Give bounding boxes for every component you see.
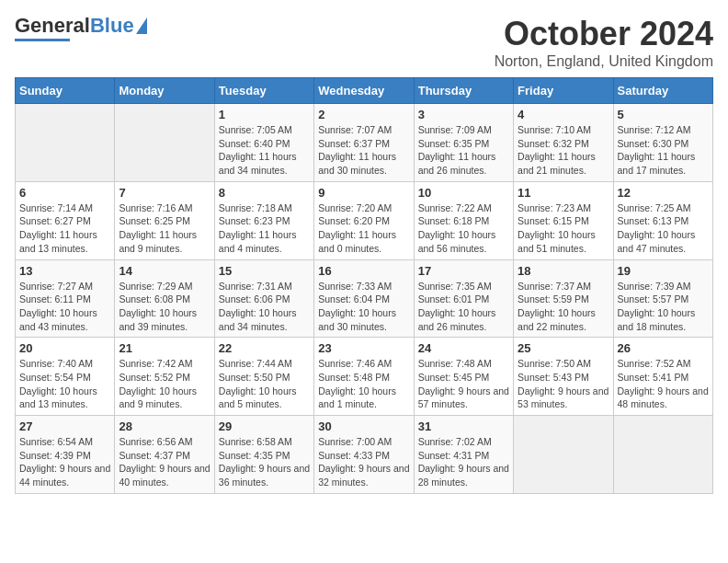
header-wednesday: Wednesday <box>314 78 414 104</box>
calendar-table: Sunday Monday Tuesday Wednesday Thursday… <box>15 77 713 494</box>
day-info: Sunrise: 7:00 AM Sunset: 4:33 PM Dayligh… <box>318 435 409 489</box>
calendar-cell <box>115 104 214 182</box>
day-info: Sunrise: 7:50 AM Sunset: 5:43 PM Dayligh… <box>518 357 609 411</box>
logo: GeneralBlue <box>15 15 147 41</box>
page-header: GeneralBlue October 2024 Norton, England… <box>15 15 713 70</box>
day-number: 26 <box>618 341 709 355</box>
calendar-week-4: 20Sunrise: 7:40 AM Sunset: 5:54 PM Dayli… <box>16 338 713 416</box>
calendar-cell: 29Sunrise: 6:58 AM Sunset: 4:35 PM Dayli… <box>214 416 313 494</box>
day-number: 23 <box>318 341 409 355</box>
header-saturday: Saturday <box>613 78 712 104</box>
day-info: Sunrise: 7:14 AM Sunset: 6:27 PM Dayligh… <box>19 201 110 256</box>
day-info: Sunrise: 7:23 AM Sunset: 6:15 PM Dayligh… <box>518 201 609 256</box>
day-info: Sunrise: 6:58 AM Sunset: 4:35 PM Dayligh… <box>219 435 310 489</box>
logo-blue: Blue <box>90 14 134 37</box>
calendar-cell <box>16 104 115 182</box>
day-number: 28 <box>119 419 210 433</box>
calendar-cell: 14Sunrise: 7:29 AM Sunset: 6:08 PM Dayli… <box>115 259 214 338</box>
calendar-cell: 23Sunrise: 7:46 AM Sunset: 5:48 PM Dayli… <box>314 338 414 416</box>
calendar-cell: 3Sunrise: 7:09 AM Sunset: 6:35 PM Daylig… <box>414 104 513 182</box>
calendar-cell: 22Sunrise: 7:44 AM Sunset: 5:50 PM Dayli… <box>214 338 313 416</box>
calendar-cell: 28Sunrise: 6:56 AM Sunset: 4:37 PM Dayli… <box>115 416 214 494</box>
calendar-cell: 10Sunrise: 7:22 AM Sunset: 6:18 PM Dayli… <box>414 181 513 259</box>
day-number: 3 <box>418 108 509 121</box>
calendar-cell: 13Sunrise: 7:27 AM Sunset: 6:11 PM Dayli… <box>16 259 115 338</box>
day-number: 30 <box>318 419 409 433</box>
calendar-cell: 16Sunrise: 7:33 AM Sunset: 6:04 PM Dayli… <box>314 259 414 338</box>
month-title: October 2024 <box>495 15 713 53</box>
day-number: 6 <box>19 186 110 200</box>
calendar-cell: 20Sunrise: 7:40 AM Sunset: 5:54 PM Dayli… <box>16 338 115 416</box>
day-info: Sunrise: 7:10 AM Sunset: 6:32 PM Dayligh… <box>518 123 609 178</box>
day-number: 14 <box>119 264 210 278</box>
header-tuesday: Tuesday <box>214 78 313 104</box>
day-info: Sunrise: 7:29 AM Sunset: 6:08 PM Dayligh… <box>119 280 210 334</box>
calendar-cell <box>514 416 613 494</box>
day-info: Sunrise: 7:09 AM Sunset: 6:35 PM Dayligh… <box>418 123 509 178</box>
calendar-cell: 30Sunrise: 7:00 AM Sunset: 4:33 PM Dayli… <box>314 416 414 494</box>
day-number: 13 <box>19 264 110 278</box>
calendar-cell: 5Sunrise: 7:12 AM Sunset: 6:30 PM Daylig… <box>613 104 712 182</box>
calendar-week-1: 1Sunrise: 7:05 AM Sunset: 6:40 PM Daylig… <box>16 104 713 182</box>
calendar-cell: 7Sunrise: 7:16 AM Sunset: 6:25 PM Daylig… <box>115 181 214 259</box>
calendar-cell: 11Sunrise: 7:23 AM Sunset: 6:15 PM Dayli… <box>514 181 613 259</box>
calendar-cell: 27Sunrise: 6:54 AM Sunset: 4:39 PM Dayli… <box>16 416 115 494</box>
day-info: Sunrise: 7:02 AM Sunset: 4:31 PM Dayligh… <box>418 435 509 489</box>
day-number: 18 <box>518 264 609 278</box>
day-number: 16 <box>318 264 409 278</box>
calendar-cell: 17Sunrise: 7:35 AM Sunset: 6:01 PM Dayli… <box>414 259 513 338</box>
calendar-week-3: 13Sunrise: 7:27 AM Sunset: 6:11 PM Dayli… <box>16 259 713 338</box>
day-info: Sunrise: 6:54 AM Sunset: 4:39 PM Dayligh… <box>19 435 110 489</box>
day-number: 4 <box>518 108 609 121</box>
day-number: 25 <box>518 341 609 355</box>
day-number: 21 <box>119 341 210 355</box>
day-info: Sunrise: 7:52 AM Sunset: 5:41 PM Dayligh… <box>618 357 709 411</box>
day-info: Sunrise: 7:46 AM Sunset: 5:48 PM Dayligh… <box>318 357 409 411</box>
day-number: 15 <box>219 264 310 278</box>
day-info: Sunrise: 7:35 AM Sunset: 6:01 PM Dayligh… <box>418 280 509 334</box>
title-block: October 2024 Norton, England, United Kin… <box>495 15 713 70</box>
calendar-cell: 31Sunrise: 7:02 AM Sunset: 4:31 PM Dayli… <box>414 416 513 494</box>
day-info: Sunrise: 7:27 AM Sunset: 6:11 PM Dayligh… <box>19 280 110 334</box>
calendar-cell: 8Sunrise: 7:18 AM Sunset: 6:23 PM Daylig… <box>214 181 313 259</box>
day-info: Sunrise: 7:39 AM Sunset: 5:57 PM Dayligh… <box>618 280 709 334</box>
day-number: 11 <box>518 186 609 200</box>
day-number: 27 <box>19 419 110 433</box>
calendar-cell: 12Sunrise: 7:25 AM Sunset: 6:13 PM Dayli… <box>613 181 712 259</box>
day-number: 10 <box>418 186 509 200</box>
day-number: 19 <box>618 264 709 278</box>
day-info: Sunrise: 6:56 AM Sunset: 4:37 PM Dayligh… <box>119 435 210 489</box>
header-friday: Friday <box>514 78 613 104</box>
day-info: Sunrise: 7:33 AM Sunset: 6:04 PM Dayligh… <box>318 280 409 334</box>
day-info: Sunrise: 7:31 AM Sunset: 6:06 PM Dayligh… <box>219 280 310 334</box>
calendar-week-2: 6Sunrise: 7:14 AM Sunset: 6:27 PM Daylig… <box>16 181 713 259</box>
calendar-cell: 24Sunrise: 7:48 AM Sunset: 5:45 PM Dayli… <box>414 338 513 416</box>
day-info: Sunrise: 7:42 AM Sunset: 5:52 PM Dayligh… <box>119 357 210 411</box>
day-number: 22 <box>219 341 310 355</box>
day-info: Sunrise: 7:20 AM Sunset: 6:20 PM Dayligh… <box>318 201 409 256</box>
calendar-cell: 19Sunrise: 7:39 AM Sunset: 5:57 PM Dayli… <box>613 259 712 338</box>
day-info: Sunrise: 7:44 AM Sunset: 5:50 PM Dayligh… <box>219 357 310 411</box>
day-number: 1 <box>219 108 310 121</box>
day-info: Sunrise: 7:40 AM Sunset: 5:54 PM Dayligh… <box>19 357 110 411</box>
day-number: 7 <box>119 186 210 200</box>
day-number: 8 <box>219 186 310 200</box>
calendar-header-row: Sunday Monday Tuesday Wednesday Thursday… <box>16 78 713 104</box>
calendar-cell: 4Sunrise: 7:10 AM Sunset: 6:32 PM Daylig… <box>514 104 613 182</box>
logo-underline <box>15 39 70 41</box>
calendar-cell: 25Sunrise: 7:50 AM Sunset: 5:43 PM Dayli… <box>514 338 613 416</box>
day-info: Sunrise: 7:18 AM Sunset: 6:23 PM Dayligh… <box>219 201 310 256</box>
calendar-week-5: 27Sunrise: 6:54 AM Sunset: 4:39 PM Dayli… <box>16 416 713 494</box>
calendar-cell: 18Sunrise: 7:37 AM Sunset: 5:59 PM Dayli… <box>514 259 613 338</box>
calendar-cell: 15Sunrise: 7:31 AM Sunset: 6:06 PM Dayli… <box>214 259 313 338</box>
day-info: Sunrise: 7:22 AM Sunset: 6:18 PM Dayligh… <box>418 201 509 256</box>
calendar-cell <box>613 416 712 494</box>
calendar-cell: 1Sunrise: 7:05 AM Sunset: 6:40 PM Daylig… <box>214 104 313 182</box>
location-title: Norton, England, United Kingdom <box>495 53 713 70</box>
logo-triangle-icon <box>136 17 147 34</box>
day-info: Sunrise: 7:07 AM Sunset: 6:37 PM Dayligh… <box>318 123 409 178</box>
header-sunday: Sunday <box>16 78 115 104</box>
day-info: Sunrise: 7:25 AM Sunset: 6:13 PM Dayligh… <box>618 201 709 256</box>
day-number: 29 <box>219 419 310 433</box>
day-number: 2 <box>318 108 409 121</box>
